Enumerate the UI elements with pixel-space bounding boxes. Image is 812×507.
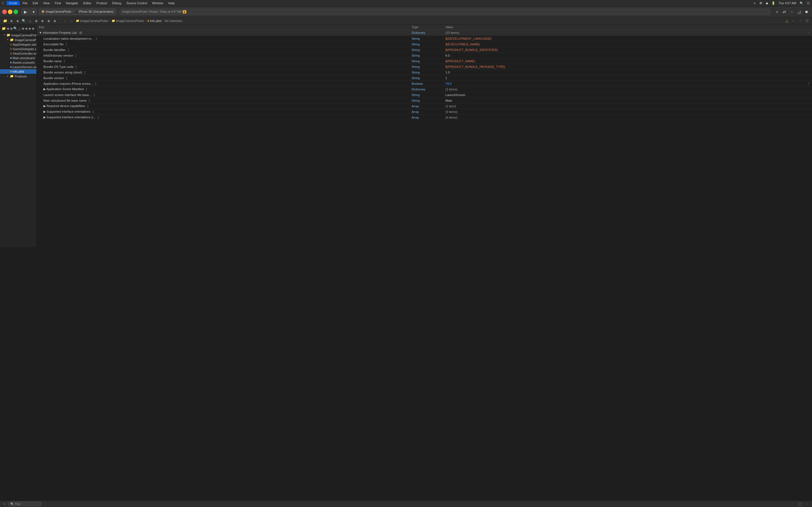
nav-right-icon[interactable]: → bbox=[797, 18, 803, 24]
menu-product[interactable]: Product bbox=[94, 1, 109, 5]
sidebar-item-viewcontroller[interactable]: S ViewController.swift bbox=[0, 51, 36, 56]
table-row[interactable]: Main storyboard file base name▲▼StringMa… bbox=[37, 98, 812, 103]
stepper-control[interactable]: ▲▼ bbox=[65, 42, 67, 46]
table-row[interactable]: Bundle version string (short)▲▼String1.0 bbox=[37, 69, 812, 75]
table-row[interactable]: Application requires iPhone enviro...▲▼B… bbox=[37, 81, 812, 87]
table-row[interactable]: Launch screen interface file base...▲▼St… bbox=[37, 92, 812, 98]
menu-find[interactable]: Find bbox=[52, 1, 63, 5]
add-row-button[interactable]: ⊕ bbox=[79, 31, 82, 35]
navigator-vcs-icon[interactable]: ◆ bbox=[8, 18, 14, 24]
table-row[interactable]: InfoDictionary version▲▼String6.0 bbox=[37, 53, 812, 58]
stepper-control[interactable]: ▲▼ bbox=[84, 70, 86, 74]
nav-forward-button[interactable]: › bbox=[69, 18, 75, 24]
sidebar-symbol-icon[interactable]: ◆ bbox=[10, 25, 13, 31]
navigator-tests-icon[interactable]: ◆ bbox=[33, 18, 39, 24]
sidebar-item-main-storyboard[interactable]: ■ Main.storyboard bbox=[0, 56, 36, 60]
run-button[interactable]: ▶ bbox=[21, 9, 29, 15]
table-row[interactable]: Bundle identifier▲▼String$(PRODUCT_BUNDL… bbox=[37, 47, 812, 53]
navigator-search-icon[interactable]: 🔍 bbox=[21, 18, 27, 24]
table-row[interactable]: ▶ Required device capabilities▲▼Array(1 … bbox=[37, 103, 812, 109]
table-row[interactable]: Bundle name▲▼String$(PRODUCT_NAME) bbox=[37, 58, 812, 64]
sidebar-search-icon[interactable]: 🔍 bbox=[13, 25, 17, 31]
nav-error-icon[interactable]: ← bbox=[791, 18, 796, 24]
search-icon[interactable]: 🔍 bbox=[800, 1, 804, 5]
stepper-control[interactable]: ▲▼ bbox=[63, 59, 65, 63]
sidebar-item-root-project[interactable]: ► 📁 ImageCameraPicker bbox=[0, 33, 36, 38]
menu-view[interactable]: View bbox=[41, 1, 52, 5]
navigator-symbols-icon[interactable]: ◆ bbox=[15, 18, 20, 24]
sidebar-vcs-icon[interactable]: ◆ bbox=[6, 25, 9, 31]
stepper-control[interactable]: ▲▼ bbox=[86, 87, 87, 91]
clock: Tue 4:57 AM bbox=[779, 1, 796, 5]
sidebar-debug-icon[interactable]: ◆ bbox=[25, 25, 28, 31]
table-row[interactable]: ▼ Information Property List⊕Dictionary(1… bbox=[37, 30, 812, 36]
breadcrumb-group[interactable]: 📁 ImageCameraPicker bbox=[112, 19, 144, 22]
debug-area-toggle-button[interactable]: ◽ bbox=[803, 9, 810, 15]
stop-button[interactable]: ■ bbox=[31, 9, 37, 15]
stepper-control[interactable]: ▲▼ bbox=[75, 65, 77, 69]
stepper-control[interactable]: ▲▼ bbox=[97, 115, 99, 119]
menu-file[interactable]: File bbox=[20, 1, 30, 5]
close-window-button[interactable] bbox=[2, 10, 7, 14]
apple-menu[interactable]:  bbox=[2, 1, 4, 5]
table-row[interactable]: ▶ Supported interface orientations (i...… bbox=[37, 115, 812, 120]
swap-editor-button[interactable]: ⇄ bbox=[781, 9, 788, 15]
sidebar-item-scenedelegate[interactable]: S SceneDelegate.swift bbox=[0, 47, 36, 51]
minimize-window-button[interactable] bbox=[8, 10, 12, 14]
menu-debug[interactable]: Debug bbox=[110, 1, 123, 5]
nav-layout-icon[interactable]: ☷ bbox=[804, 18, 810, 24]
stepper-control[interactable]: ▲▼ bbox=[87, 104, 89, 108]
table-row[interactable]: Bundle OS Type code▲▼String$(PRODUCT_BUN… bbox=[37, 64, 812, 69]
menu-window[interactable]: Window bbox=[150, 1, 165, 5]
menu-editor[interactable]: Editor bbox=[81, 1, 94, 5]
navigator-reports-icon[interactable]: ◆ bbox=[52, 18, 57, 24]
sidebar-bp-icon[interactable]: ◆ bbox=[29, 25, 31, 31]
sidebar-item-appdelegate[interactable]: S AppDelegate.swift bbox=[0, 42, 36, 47]
sidebar-item-launchscreen[interactable]: ■ LaunchScreen.storyboard bbox=[0, 65, 36, 69]
scheme-selector[interactable]: 📦 ImageCameraPicker › 📱 iPhone SE (2nd g… bbox=[39, 9, 116, 15]
sidebar-item-info-plist[interactable]: ■ Info.plist bbox=[0, 69, 36, 74]
table-row[interactable]: ▶ Application Scene Manifest▲▼Dictionary… bbox=[37, 87, 812, 92]
stepper-control[interactable]: ▲▼ bbox=[88, 99, 90, 103]
inspector-toggle-button[interactable]: ◿ bbox=[796, 9, 802, 15]
stepper-control[interactable]: ▲▼ bbox=[66, 76, 68, 80]
breadcrumb-project[interactable]: 📁 ImageCameraPicker bbox=[76, 19, 108, 22]
control-strip-icon[interactable]: ☷ bbox=[807, 1, 810, 5]
sidebar-navigator-icon[interactable]: 📁 bbox=[2, 25, 6, 31]
stepper-control[interactable]: ▲▼ bbox=[96, 37, 98, 41]
navigator-debug-icon[interactable]: ◆ bbox=[40, 18, 45, 24]
stepper-control[interactable]: ▲▼ bbox=[95, 82, 97, 86]
menu-navigate[interactable]: Navigate bbox=[64, 1, 80, 5]
menu-source-control[interactable]: Source Control bbox=[124, 1, 149, 5]
nav-bar: 📁 ◆ ◆ 🔍 △ ◆ ◆ ◆ ◆ ‹ › 📁 ImageCameraPicke… bbox=[0, 17, 812, 24]
maximize-window-button[interactable] bbox=[13, 10, 18, 14]
menu-xcode[interactable]: Xcode bbox=[6, 1, 20, 5]
menu-help[interactable]: Help bbox=[166, 1, 177, 5]
navigator-folder-icon[interactable]: 📁 bbox=[2, 18, 8, 24]
table-row[interactable]: ▶ Supported interface orientations▲▼Arra… bbox=[37, 109, 812, 115]
table-row[interactable]: Bundle version▲▼String1 bbox=[37, 75, 812, 81]
sidebar-test-icon[interactable]: ◆ bbox=[21, 25, 24, 31]
stepper-control[interactable]: ▲▼ bbox=[75, 54, 77, 57]
sidebar-item-project-group[interactable]: ► 📁 ImageCameraPicker bbox=[0, 38, 36, 42]
sidebar-report-icon[interactable]: ◆ bbox=[32, 25, 35, 31]
navigator-warnings-icon[interactable]: △ bbox=[27, 18, 33, 24]
warning-badge[interactable]: 2 bbox=[183, 10, 186, 13]
table-row[interactable]: Executable file▲▼String$(EXECUTABLE_NAME… bbox=[37, 41, 812, 47]
navigator-breakpoints-icon[interactable]: ◆ bbox=[46, 18, 51, 24]
add-tab-button[interactable]: + bbox=[774, 9, 780, 15]
stepper-control[interactable]: ▲▼ bbox=[92, 110, 94, 114]
sidebar-warning-icon[interactable]: △ bbox=[18, 25, 21, 31]
stepper-control[interactable]: ▲▼ bbox=[93, 93, 95, 97]
sidebar-item-assets[interactable]: ■ Assets.xcassets bbox=[0, 60, 36, 65]
nav-back-button[interactable]: ‹ bbox=[62, 18, 68, 24]
breadcrumb-file[interactable]: ■ Info.plist bbox=[147, 19, 161, 22]
navigator-toggle-button[interactable]: ◾ bbox=[788, 9, 795, 15]
menu-edit[interactable]: Edit bbox=[31, 1, 40, 5]
sidebar-item-products[interactable]: ► 📁 Products bbox=[0, 74, 36, 78]
breadcrumb-file-name: Info.plist bbox=[150, 19, 161, 22]
nav-warning-icon[interactable]: △ bbox=[784, 18, 790, 24]
chevron-icon: ► bbox=[6, 39, 9, 41]
stepper-control[interactable]: ▲▼ bbox=[67, 48, 69, 52]
table-row[interactable]: Localization native development re...▲▼S… bbox=[37, 36, 812, 41]
